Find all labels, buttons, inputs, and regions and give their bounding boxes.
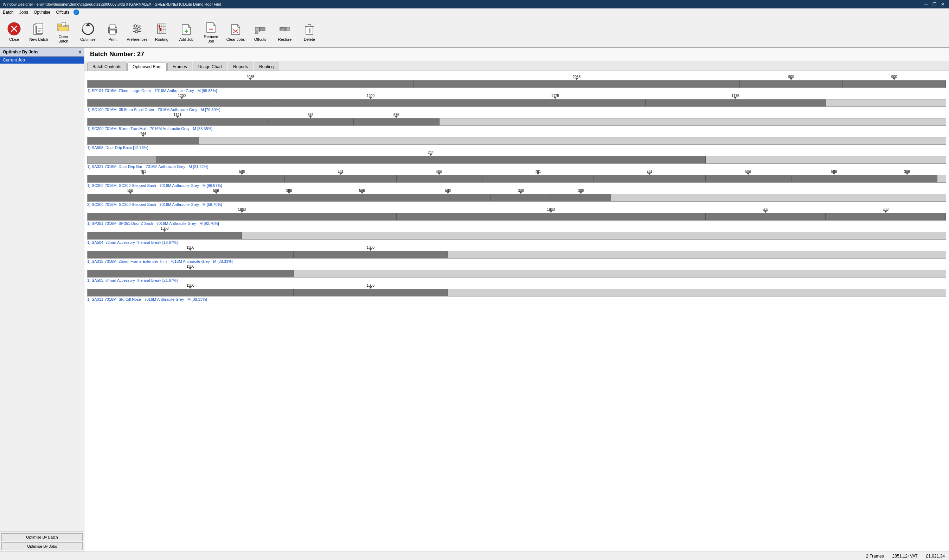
bar-row: 10001) SA504: 72mm Accessory Thermal Bre… [87, 232, 946, 245]
routing-button[interactable]: Routing [150, 18, 174, 45]
optimise-button[interactable]: Optimise [76, 18, 100, 45]
work-area: Batch Number: 27 Batch Contents Optimise… [84, 48, 949, 552]
close-window-button[interactable]: ✕ [940, 2, 946, 7]
optimise-by-batch-button[interactable]: Optimise By Batch [2, 533, 83, 541]
bar-description[interactable]: 1) SA021-7016M: Door Drip Bar - 7016M An… [87, 165, 946, 169]
bar-segment: 1175 [645, 99, 826, 106]
segment-triangle [163, 229, 166, 232]
bars-content: 205520559009001) SP104-7016M: 70mm Large… [84, 71, 949, 552]
optimise-by-jobs-button[interactable]: Optimise By Jobs [2, 542, 83, 550]
bar-description[interactable]: 1) SA504: 72mm Accessory Thermal Break [… [87, 240, 946, 245]
bar-segment: 576 [354, 118, 440, 125]
bar-visual: 1300 [87, 270, 946, 277]
bar-visual: 744 [87, 156, 946, 164]
bar-description[interactable]: 1) SP104-7016M: 70mm Large Outer - 7016M… [87, 89, 946, 93]
tab-batch-contents[interactable]: Batch Contents [87, 63, 127, 71]
segment-triangle [536, 172, 540, 175]
optimise-label: Optimise [80, 37, 95, 42]
maximize-button[interactable]: ❐ [931, 2, 938, 7]
open-batch-label: Open Batch [53, 34, 74, 43]
bar-description[interactable]: 2) SC300-7016M: SC300 Stepped Sash - 701… [87, 202, 946, 206]
segment-triangle [309, 115, 312, 118]
bar-description[interactable]: 1) SA011-7016M: Std Cill Nose - 7016M An… [87, 297, 946, 302]
svg-point-21 [138, 28, 140, 30]
sidebar-collapse-button[interactable]: « [79, 49, 81, 55]
tab-reports[interactable]: Reports [228, 63, 253, 71]
svg-rect-14 [110, 30, 115, 34]
bar-segment: 586 [792, 175, 877, 182]
preferences-label: Preferences [127, 37, 147, 42]
add-job-button[interactable]: Add Job [174, 18, 198, 45]
new-batch-label: New Batch [29, 37, 48, 42]
restore-button[interactable]: Restore [273, 18, 297, 45]
segment-triangle [549, 211, 553, 213]
preferences-button[interactable]: Preferences [125, 18, 149, 45]
bar-segment: 1000 [293, 251, 448, 258]
segment-triangle [214, 191, 218, 194]
bar-description[interactable]: 1) SA015-7016M: 25mm Frame Extender Trim… [87, 259, 946, 263]
bar-visual: 20552055900900 [87, 80, 946, 88]
print-label: Print [109, 37, 117, 42]
bar-description[interactable]: 1) SA508: Door Drip Base [12.73%] [87, 145, 946, 150]
segment-triangle [446, 191, 450, 194]
bar-description[interactable]: 1) SC100-7016M: 35.5mm Small Outer - 701… [87, 108, 946, 112]
segment-triangle [360, 191, 364, 194]
open-batch-button[interactable]: Open Batch [51, 18, 75, 45]
bar-segment: 744 [156, 156, 705, 163]
window-controls[interactable]: — ❐ ✕ [922, 2, 946, 7]
bar-row: 7441) SA508: Door Drip Base [12.73%] [87, 137, 946, 150]
tab-routing[interactable]: Routing [254, 63, 279, 71]
segment-triangle [648, 172, 651, 175]
menu-optimise[interactable]: Optimise [32, 9, 52, 15]
tab-optimised-bars[interactable]: Optimised Bars [127, 63, 167, 71]
sidebar: Optimise By Jobs « Current Job Optimise … [0, 48, 84, 552]
tab-usage-chart[interactable]: Usage Chart [193, 63, 227, 71]
segment-triangle [554, 97, 557, 99]
bar-description[interactable]: 1) SC300-7016M: SC300 Stepped Sash - 701… [87, 183, 946, 188]
bar-description[interactable]: 1) SC200-7016M: 51mm Tran/Mull - 7016M A… [87, 126, 946, 131]
routing-label: Routing [155, 37, 168, 42]
bar-visual: 1200120011751175 [87, 99, 946, 107]
globe-icon [74, 9, 79, 15]
print-button[interactable]: Print [100, 18, 125, 45]
tab-frames[interactable]: Frames [167, 63, 192, 71]
bar-segment: 761 [285, 175, 396, 182]
remove-job-button[interactable]: Remove Job [199, 18, 223, 45]
delete-label: Delete [304, 37, 315, 42]
segment-triangle [519, 191, 523, 194]
toolbar: Close New Batch Open Batch [0, 16, 949, 48]
bar-segment [88, 156, 156, 163]
price-inc-vat: £1,021.34 [926, 554, 945, 558]
clear-jobs-button[interactable]: Clear Jobs [224, 18, 247, 45]
bar-row: 130010001) SA015-7016M: 25mm Frame Exten… [87, 251, 946, 263]
bar-segment: 1963 [88, 213, 397, 220]
offcuts-button[interactable]: Offcuts [248, 18, 272, 45]
delete-button[interactable]: Delete [298, 18, 321, 45]
svg-rect-5 [37, 26, 43, 34]
bar-segment: 1000 [88, 232, 242, 239]
bar-segment: 1175 [465, 99, 645, 106]
svg-rect-41 [255, 28, 259, 31]
bar-description[interactable]: 1) SA503: 64mm Accessory Thermal Break [… [87, 278, 946, 283]
menu-offcuts[interactable]: Offcuts [54, 9, 71, 15]
bar-segment: 586 [88, 194, 173, 201]
bar-segment: 386 [259, 194, 319, 201]
minimize-button[interactable]: — [922, 2, 930, 7]
svg-point-22 [135, 31, 138, 33]
sidebar-header: Optimise By Jobs « [0, 48, 84, 57]
menu-jobs[interactable]: Jobs [18, 9, 29, 15]
new-batch-button[interactable]: New Batch [27, 18, 51, 45]
bar-segment: 386 [491, 194, 551, 201]
bar-segment: 586 [405, 194, 491, 201]
svg-rect-15 [110, 25, 115, 29]
sidebar-item-current-job[interactable]: Current Job [0, 57, 84, 64]
close-button[interactable]: Close [2, 18, 26, 45]
bar-segment: 586 [397, 175, 482, 182]
menu-batch[interactable]: Batch [2, 9, 15, 15]
segment-triangle [180, 97, 184, 99]
bar-description[interactable]: 1) SP351-7016M: SP351 Door Z Sash - 7016… [87, 222, 946, 226]
segment-triangle [248, 78, 252, 80]
bar-segment: 761 [88, 175, 199, 182]
segment-triangle [789, 78, 793, 80]
segment-triangle [429, 154, 432, 156]
